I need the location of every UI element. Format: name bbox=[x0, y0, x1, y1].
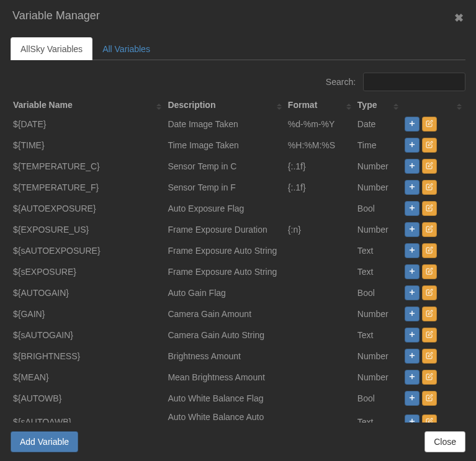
cell-description: Frame Exposure Duration bbox=[165, 219, 285, 240]
cell-type: Number bbox=[355, 303, 402, 324]
cell-description: Sensor Temp in C bbox=[165, 156, 285, 177]
cell-format bbox=[285, 409, 355, 423]
table-row: ${sAUTOAWB}Auto White Balance Auto Strin… bbox=[11, 409, 465, 423]
add-button[interactable] bbox=[405, 243, 420, 258]
edit-button[interactable] bbox=[422, 349, 437, 364]
cell-format: {:.1f} bbox=[285, 156, 355, 177]
add-variable-button[interactable]: Add Variable bbox=[11, 431, 78, 452]
edit-button[interactable] bbox=[422, 117, 437, 132]
col-variable-name[interactable]: Variable Name bbox=[11, 96, 165, 114]
variable-manager-modal: Variable Manager ✖ AllSky Variables All … bbox=[0, 0, 476, 461]
cell-type: Number bbox=[355, 156, 402, 177]
table-row: ${EXPOSURE_US}Frame Exposure Duration{:n… bbox=[11, 219, 465, 240]
edit-button[interactable] bbox=[422, 414, 437, 423]
plus-icon bbox=[408, 352, 416, 361]
edit-icon bbox=[426, 289, 433, 298]
plus-icon bbox=[408, 225, 416, 235]
table-row: ${GAIN}Camera Gain AmountNumber bbox=[11, 303, 465, 324]
cell-type: Number bbox=[355, 346, 402, 367]
edit-button[interactable] bbox=[422, 370, 437, 385]
cell-variable-name: ${TIME} bbox=[11, 135, 165, 156]
add-button[interactable] bbox=[405, 201, 420, 216]
edit-button[interactable] bbox=[422, 159, 437, 174]
cell-variable-name: ${AUTOGAIN} bbox=[11, 282, 165, 303]
add-button[interactable] bbox=[405, 264, 420, 279]
col-type[interactable]: Type bbox=[355, 96, 402, 114]
add-button[interactable] bbox=[405, 222, 420, 237]
edit-icon bbox=[426, 204, 433, 213]
table-row: ${TIME}Time Image Taken%H:%M:%STime bbox=[11, 135, 465, 156]
modal-header: Variable Manager ✖ bbox=[0, 0, 476, 34]
cell-type: Bool bbox=[355, 388, 402, 409]
plus-icon bbox=[408, 204, 416, 213]
col-actions[interactable] bbox=[402, 96, 465, 114]
cell-type: Text bbox=[355, 409, 402, 423]
col-format[interactable]: Format bbox=[285, 96, 355, 114]
variables-table: Variable Name Description Format Type ${… bbox=[11, 96, 465, 423]
edit-button[interactable] bbox=[422, 180, 437, 195]
cell-format: %d-%m-%Y bbox=[285, 114, 355, 135]
edit-button[interactable] bbox=[422, 285, 437, 300]
edit-button[interactable] bbox=[422, 138, 437, 153]
cell-description: Sensor Temp in F bbox=[165, 177, 285, 198]
cell-format bbox=[285, 388, 355, 409]
plus-icon bbox=[408, 267, 416, 277]
edit-button[interactable] bbox=[422, 264, 437, 279]
edit-button[interactable] bbox=[422, 222, 437, 237]
plus-icon bbox=[408, 162, 416, 171]
cell-description: Camera Gain Amount bbox=[165, 303, 285, 324]
add-button[interactable] bbox=[405, 307, 420, 321]
add-button[interactable] bbox=[405, 159, 420, 174]
add-button[interactable] bbox=[405, 370, 420, 385]
add-button[interactable] bbox=[405, 285, 420, 300]
plus-icon bbox=[408, 394, 416, 403]
edit-icon bbox=[426, 352, 433, 361]
cell-actions bbox=[402, 388, 465, 409]
cell-format bbox=[285, 367, 355, 388]
edit-icon bbox=[426, 225, 433, 235]
plus-icon bbox=[408, 373, 416, 382]
close-button[interactable]: Close bbox=[424, 431, 465, 452]
tab-all-variables[interactable]: All Variables bbox=[92, 37, 160, 60]
cell-format: %H:%M:%S bbox=[285, 135, 355, 156]
cell-actions bbox=[402, 198, 465, 219]
edit-button[interactable] bbox=[422, 201, 437, 216]
cell-description: Date Image Taken bbox=[165, 114, 285, 135]
add-button[interactable] bbox=[405, 180, 420, 195]
edit-button[interactable] bbox=[422, 307, 437, 321]
modal-body: AllSky Variables All Variables Search: V… bbox=[0, 34, 476, 423]
table-row: ${TEMPERATURE_F}Sensor Temp in F{:.1f}Nu… bbox=[11, 177, 465, 198]
add-button[interactable] bbox=[405, 414, 420, 423]
table-row: ${BRIGHTNESS}Brightness AmountNumber bbox=[11, 346, 465, 367]
cell-variable-name: ${TEMPERATURE_C} bbox=[11, 156, 165, 177]
edit-button[interactable] bbox=[422, 243, 437, 258]
search-input[interactable] bbox=[363, 73, 465, 91]
cell-format bbox=[285, 198, 355, 219]
cell-type: Bool bbox=[355, 198, 402, 219]
add-button[interactable] bbox=[405, 349, 420, 364]
cell-description: Time Image Taken bbox=[165, 135, 285, 156]
cell-format bbox=[285, 346, 355, 367]
table-row: ${DATE}Date Image Taken%d-%m-%YDate bbox=[11, 114, 465, 135]
close-icon[interactable]: ✖ bbox=[454, 12, 464, 24]
cell-actions bbox=[402, 346, 465, 367]
table-row: ${AUTOWB}Auto White Balance FlagBool bbox=[11, 388, 465, 409]
col-description[interactable]: Description bbox=[165, 96, 285, 114]
add-button[interactable] bbox=[405, 328, 420, 342]
add-button[interactable] bbox=[405, 117, 420, 132]
edit-button[interactable] bbox=[422, 391, 437, 406]
edit-icon bbox=[426, 141, 433, 150]
cell-actions bbox=[402, 409, 465, 423]
edit-icon bbox=[426, 246, 433, 256]
edit-icon bbox=[426, 418, 433, 423]
add-button[interactable] bbox=[405, 138, 420, 153]
cell-description: Mean Brightness Amount bbox=[165, 367, 285, 388]
tab-allsky-variables[interactable]: AllSky Variables bbox=[11, 37, 92, 60]
cell-description: Auto White Balance Flag bbox=[165, 388, 285, 409]
modal-title: Variable Manager bbox=[12, 9, 464, 22]
cell-variable-name: ${sAUTOEXPOSURE} bbox=[11, 240, 165, 261]
cell-actions bbox=[402, 303, 465, 324]
cell-description: Auto Exposure Flag bbox=[165, 198, 285, 219]
add-button[interactable] bbox=[405, 391, 420, 406]
edit-button[interactable] bbox=[422, 328, 437, 342]
